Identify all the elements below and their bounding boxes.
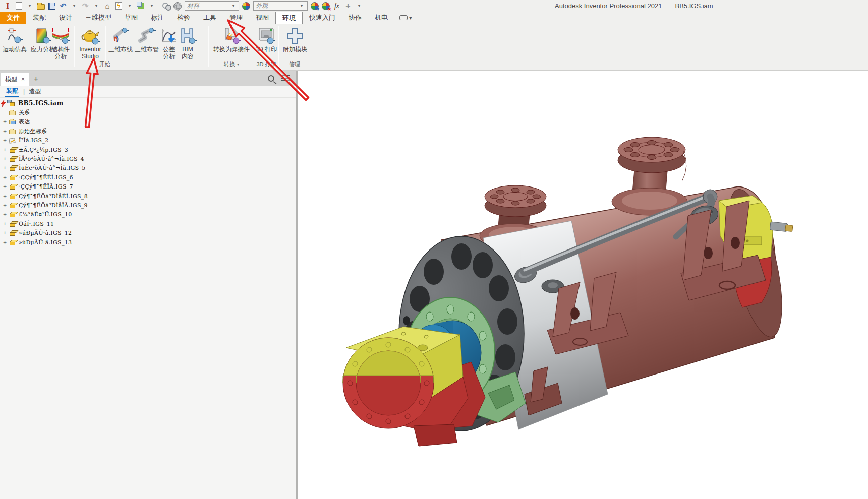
tree-item-igs9[interactable]: + Çý¶¯¶ËÖá³ÐÌåÎÃ.IGS_9 xyxy=(0,201,296,210)
tab-file[interactable]: 文件 xyxy=(0,12,26,24)
browser-tab-close-icon[interactable]: × xyxy=(21,76,25,83)
select-mode-dropdown[interactable]: ▾ xyxy=(147,1,157,11)
tab-electromechanical[interactable]: 机电 xyxy=(368,12,394,24)
tab-annotate[interactable]: 标注 xyxy=(144,12,170,24)
browser-search-icon[interactable] xyxy=(268,75,274,82)
browser-tab-model[interactable]: 模型 × xyxy=(1,73,29,86)
bim-content-label: BIM xyxy=(178,46,197,53)
material-globe-button[interactable] xyxy=(172,1,183,11)
tab-environments[interactable]: 环境 xyxy=(275,12,303,24)
pump-3d-model xyxy=(298,71,868,499)
tab-sketch[interactable]: 草图 xyxy=(118,12,144,24)
expand-toggle[interactable]: + xyxy=(2,156,8,162)
tab-inspect[interactable]: 检验 xyxy=(170,12,197,24)
sketch-doc-dropdown[interactable]: ▾ xyxy=(125,1,135,11)
toolbar-customize-dropdown[interactable]: ▾ xyxy=(354,1,364,11)
tree-item-igs5[interactable]: + ÎüÈë²òÀÛ·â°¬Îà.IGS_5 xyxy=(0,164,296,173)
tree-item-relationships[interactable]: 关系 xyxy=(0,108,296,117)
redo-dropdown[interactable]: ▾ xyxy=(91,1,101,11)
add-ins-button[interactable]: 附加模块 xyxy=(280,26,310,53)
expand-toggle[interactable]: + xyxy=(2,137,8,144)
tree-item-igs3[interactable]: + ±Ã.Ç²¿¼p.IGS_3 xyxy=(0,145,296,154)
tab-tools[interactable]: 工具 xyxy=(197,12,223,24)
tab-assemble[interactable]: 装配 xyxy=(26,12,52,24)
clear-appearance-button[interactable]: ✕ xyxy=(321,1,331,11)
subtab-assembly[interactable]: 装配 xyxy=(5,86,19,97)
group-label-convert[interactable]: 转换 ▾ xyxy=(217,59,246,69)
tree-root-node[interactable]: BB5.IGS.iam xyxy=(0,99,296,108)
tab-manage[interactable]: 管理 xyxy=(223,12,249,24)
expand-toggle[interactable]: + xyxy=(2,183,8,190)
undo-button[interactable]: ↶ xyxy=(58,1,68,11)
tree-item-igs2[interactable]: + Î²Îà.IGS_2 xyxy=(0,136,296,145)
tolerance-analysis-label: 公差 xyxy=(160,46,178,53)
expand-toggle[interactable]: + xyxy=(2,193,8,200)
tree-item-igs8[interactable]: + Çý¶¯¶ËÖá³ÐÌåÉÌ.IGS_8 xyxy=(0,192,296,201)
tab-collaborate[interactable]: 协作 xyxy=(342,12,368,24)
tab-get-started[interactable]: 快速入门 xyxy=(303,12,342,24)
tree-item-representations[interactable]: + 表达 xyxy=(0,117,296,127)
ribbon-display-toggle[interactable]: ▾ xyxy=(399,12,412,24)
ribbon-toggle-icon xyxy=(399,15,408,20)
adjust-appearance-button[interactable]: ▼ xyxy=(310,1,320,11)
expand-toggle[interactable]: + xyxy=(2,202,8,209)
expand-toggle[interactable]: + xyxy=(2,118,8,125)
constraint-button[interactable] xyxy=(161,1,171,11)
new-file-button[interactable] xyxy=(14,1,24,11)
measure-plus-button[interactable]: + xyxy=(343,1,353,11)
tree-item-origin[interactable]: + 原始坐标系 xyxy=(0,127,296,136)
expand-toggle[interactable]: + xyxy=(2,221,8,227)
save-button[interactable] xyxy=(47,1,57,11)
home-button[interactable]: ⌂ xyxy=(102,1,112,11)
tree-item-igs11[interactable]: + ÖáÍ·.IGS_11 xyxy=(0,219,296,228)
tree-item-igs7[interactable]: + ·ÇÇý¶¯¶ËÎÃ.IGS_7 xyxy=(0,182,296,192)
select-mode-button[interactable] xyxy=(136,1,146,11)
frame-analysis-icon xyxy=(48,26,73,46)
tab-view[interactable]: 视图 xyxy=(249,12,275,24)
cable-harness-button[interactable]: 三维布线 xyxy=(107,26,134,53)
inventor-studio-teapot-icon xyxy=(76,26,104,46)
browser-menu-icon[interactable] xyxy=(281,75,290,81)
undo-dropdown[interactable]: ▾ xyxy=(69,1,79,11)
material-combobox[interactable]: 材料 ▾ xyxy=(185,1,239,11)
tolerance-analysis-button[interactable]: 公差 分析 xyxy=(160,26,178,60)
sketch-doc-button[interactable] xyxy=(113,1,124,11)
sketch-part-icon xyxy=(8,138,17,143)
inventor-logo[interactable]: I xyxy=(3,1,13,11)
inventor-studio-label2: Studio xyxy=(76,53,104,60)
open-button[interactable] xyxy=(36,1,46,11)
inventor-studio-button[interactable]: Inventor Studio xyxy=(76,26,104,60)
group-label-3d-print: 3D 打印 xyxy=(253,59,279,69)
tab-design[interactable]: 设计 xyxy=(52,12,79,24)
open-folder-icon xyxy=(37,4,45,10)
tree-item-igs13[interactable]: + »úÐµÃÛ·â.IGS_13 xyxy=(0,238,296,247)
expand-toggle[interactable]: + xyxy=(2,165,8,171)
appearance-wheel-button[interactable] xyxy=(241,1,251,11)
graphics-viewport[interactable] xyxy=(298,71,868,499)
new-file-dropdown[interactable]: ▾ xyxy=(25,1,35,11)
browser-add-tab-button[interactable]: + xyxy=(34,74,38,83)
tree-item-igs6[interactable]: + ·ÇÇý¶¯¶ËÉÌ.IGS_6 xyxy=(0,173,296,182)
tree-item-igs12[interactable]: + »úÐµÃÛ·â.IGS_12 xyxy=(0,228,296,237)
bim-content-button[interactable]: BIM 内容 xyxy=(178,26,197,60)
redo-button[interactable]: ↷ xyxy=(80,1,90,11)
parameters-fx-button[interactable]: fx xyxy=(332,1,342,11)
tab-3d-model[interactable]: 三维模型 xyxy=(79,12,118,24)
dynamic-simulation-button[interactable]: 运动仿真 xyxy=(1,26,28,53)
part-cube-icon xyxy=(8,221,17,227)
tree-item-igs10[interactable]: + £¼°âÈ¤¹Ü.IGS_10 xyxy=(0,210,296,219)
3d-print-button[interactable]: 3D 打印 xyxy=(255,26,278,53)
frame-analysis-button[interactable]: 结构件 分析 xyxy=(48,26,73,60)
expand-toggle[interactable]: + xyxy=(2,230,8,236)
expand-toggle[interactable]: + xyxy=(2,211,8,218)
document-title: BB5.IGS.iam xyxy=(675,2,713,10)
appearance-combobox[interactable]: 外观 ▾ xyxy=(253,1,308,11)
subtab-modeling[interactable]: 造型 xyxy=(29,87,41,96)
tree-item-igs4[interactable]: + ÎÅ³ö²òÀÛ·â°¬Îà.IGS_4 xyxy=(0,154,296,163)
expand-toggle[interactable]: + xyxy=(2,174,8,181)
expand-toggle[interactable]: + xyxy=(2,147,8,153)
convert-to-weldment-button[interactable]: 转换为焊接件 xyxy=(210,26,253,53)
tube-pipe-button[interactable]: 三维布管 xyxy=(134,26,160,53)
expand-toggle[interactable]: + xyxy=(2,239,8,246)
expand-toggle[interactable]: + xyxy=(2,128,8,135)
